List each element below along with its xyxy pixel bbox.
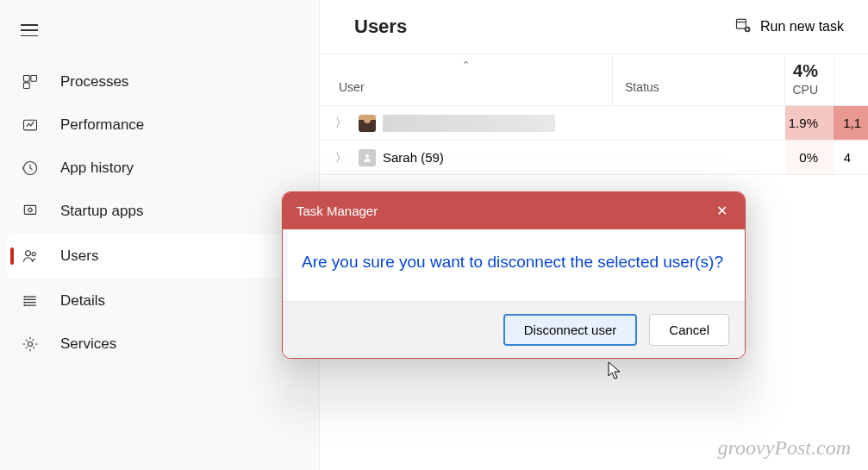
- details-icon: [21, 291, 40, 310]
- svg-point-16: [365, 154, 369, 158]
- sidebar-item-app-history[interactable]: App history: [0, 147, 319, 190]
- column-header-user[interactable]: ⌃ User: [320, 54, 613, 105]
- run-new-task-button[interactable]: Run new task: [734, 16, 844, 37]
- users-table: ⌃ User Status 4% CPU 〉 1.9% 1,: [320, 53, 868, 175]
- sidebar-item-processes[interactable]: Processes: [0, 60, 319, 103]
- user-avatar: [359, 149, 376, 166]
- expand-chevron-icon[interactable]: 〉: [330, 150, 352, 166]
- dialog-button-bar: Disconnect user Cancel: [283, 301, 745, 358]
- processes-icon: [21, 72, 40, 91]
- hamburger-menu-button[interactable]: [0, 9, 319, 60]
- svg-point-7: [26, 251, 31, 256]
- dialog-title-text: Task Manager: [297, 204, 378, 218]
- column-header-cpu[interactable]: 4% CPU: [785, 54, 834, 105]
- nav-label: Services: [60, 335, 116, 353]
- run-task-label: Run new task: [760, 19, 844, 34]
- user-extra-cell: 4: [834, 150, 868, 165]
- cpu-total-value: 4%: [785, 61, 818, 81]
- table-row[interactable]: 〉 Sarah (59) 0% 4: [320, 141, 868, 175]
- sidebar-item-details[interactable]: Details: [0, 279, 319, 323]
- svg-point-6: [28, 208, 32, 211]
- page-title: Users: [354, 16, 407, 38]
- user-avatar: [359, 115, 376, 132]
- expand-chevron-icon[interactable]: 〉: [330, 116, 352, 131]
- svg-rect-0: [24, 76, 30, 82]
- disconnect-user-button[interactable]: Disconnect user: [503, 314, 638, 346]
- watermark: groovyPost.com: [718, 436, 851, 460]
- svg-point-10: [24, 299, 25, 300]
- content-header: Users Run new task: [320, 0, 868, 53]
- svg-point-9: [24, 297, 25, 298]
- services-icon: [21, 335, 40, 354]
- dialog-titlebar: Task Manager ✕: [283, 192, 745, 229]
- svg-point-13: [28, 342, 33, 347]
- run-task-icon: [734, 16, 752, 37]
- sidebar-item-startup-apps[interactable]: Startup apps: [0, 190, 319, 233]
- dialog-message: Are you sure you want to disconnect the …: [283, 229, 745, 301]
- user-name-redacted: [383, 115, 555, 132]
- sidebar-item-services[interactable]: Services: [0, 323, 319, 366]
- table-row[interactable]: 〉 1.9% 1,1: [320, 106, 868, 141]
- svg-point-12: [24, 305, 25, 306]
- user-cpu-cell: 1.9%: [785, 106, 834, 140]
- startup-icon: [21, 202, 40, 221]
- cancel-button[interactable]: Cancel: [649, 314, 729, 346]
- nav-label: Startup apps: [60, 203, 143, 220]
- svg-rect-14: [737, 19, 746, 28]
- nav-label: App history: [60, 160, 134, 177]
- svg-point-8: [32, 252, 35, 255]
- performance-icon: [21, 116, 40, 135]
- svg-rect-2: [24, 83, 30, 89]
- user-extra-cell: 1,1: [834, 106, 868, 140]
- sidebar: Processes Performance App history Startu…: [0, 0, 319, 470]
- column-header-extra[interactable]: [834, 54, 868, 105]
- svg-rect-1: [31, 76, 37, 82]
- sidebar-item-users[interactable]: Users: [7, 235, 312, 278]
- sidebar-item-performance[interactable]: Performance: [0, 103, 319, 147]
- nav-label: Details: [60, 292, 105, 310]
- column-header-status[interactable]: Status: [613, 54, 785, 105]
- users-icon: [21, 247, 40, 266]
- nav-label: Users: [60, 248, 98, 265]
- close-icon[interactable]: ✕: [713, 203, 731, 219]
- nav-label: Processes: [60, 73, 128, 91]
- nav-label: Performance: [60, 116, 144, 134]
- history-icon: [21, 159, 40, 178]
- user-cpu-cell: 0%: [785, 141, 834, 174]
- hamburger-icon: [21, 24, 38, 36]
- svg-point-11: [24, 302, 25, 303]
- sort-indicator-icon: ⌃: [462, 60, 470, 71]
- user-name: Sarah (59): [383, 150, 444, 165]
- table-header: ⌃ User Status 4% CPU: [320, 53, 868, 106]
- confirmation-dialog: Task Manager ✕ Are you sure you want to …: [282, 191, 746, 359]
- svg-rect-5: [24, 205, 35, 214]
